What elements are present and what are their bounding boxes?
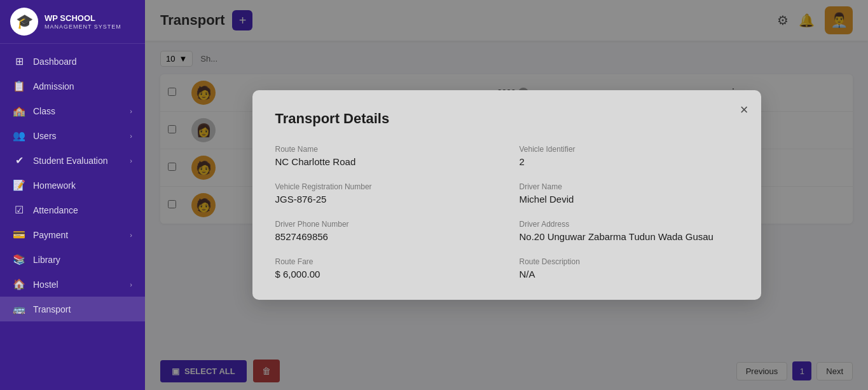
field-value-route-name: NC Charlotte Road — [275, 156, 494, 167]
field-value-route-fare: $ 6,000.00 — [275, 269, 494, 279]
field-value-route-desc: N/A — [520, 269, 738, 279]
sidebar-logo: 🎓 WP SCHOOL MANAGEMENT SYSTEM — [0, 0, 145, 44]
modal-field-vehicle-identifier: Vehicle Identifier 2 — [520, 145, 738, 167]
homework-icon: 📝 — [13, 179, 25, 191]
admission-icon: 📋 — [13, 80, 25, 92]
sidebar-label-class: Class — [33, 106, 55, 116]
modal-field-route-name: Route Name NC Charlotte Road — [275, 145, 494, 167]
sidebar-label-users: Users — [33, 131, 57, 141]
sidebar: 🎓 WP SCHOOL MANAGEMENT SYSTEM ⊞ Dashboar… — [0, 0, 145, 390]
modal-fields-grid: Route Name NC Charlotte Road Vehicle Ide… — [275, 145, 738, 279]
users-icon: 👥 — [13, 130, 25, 142]
sidebar-item-transport[interactable]: 🚌 Transport — [0, 297, 145, 321]
field-label-vehicle-reg: Vehicle Registration Number — [275, 182, 494, 191]
sidebar-item-dashboard[interactable]: ⊞ Dashboard — [0, 49, 145, 74]
sidebar-label-payment: Payment — [33, 230, 68, 240]
field-label-driver-name: Driver Name — [520, 182, 738, 191]
library-icon: 📚 — [13, 253, 25, 266]
sidebar-item-homework[interactable]: 📝 Homework — [0, 173, 145, 198]
field-label-route-desc: Route Description — [520, 257, 738, 266]
modal-field-driver-address: Driver Address No.20 Unguwar Zabarma Tud… — [520, 220, 738, 242]
chevron-right-icon: › — [130, 231, 132, 239]
payment-icon: 💳 — [13, 229, 25, 241]
field-value-vehicle-reg: JGS-876-25 — [275, 194, 494, 205]
logo-sub: MANAGEMENT SYSTEM — [45, 24, 121, 30]
sidebar-label-library: Library — [33, 255, 60, 265]
modal-title: Transport Details — [275, 111, 738, 127]
sidebar-label-transport: Transport — [33, 304, 71, 314]
field-label-route-name: Route Name — [275, 145, 494, 154]
modal-field-route-fare: Route Fare $ 6,000.00 — [275, 257, 494, 279]
field-value-vehicle-identifier: 2 — [520, 156, 738, 167]
modal-field-driver-name: Driver Name Michel Devid — [520, 182, 738, 205]
chevron-right-icon: › — [130, 132, 132, 140]
chevron-right-icon: › — [130, 281, 132, 288]
sidebar-item-student-evaluation[interactable]: ✔ Student Evaluation › — [0, 148, 145, 173]
dashboard-icon: ⊞ — [13, 55, 25, 67]
transport-details-modal: Transport Details × Route Name NC Charlo… — [252, 90, 761, 300]
field-value-driver-address: No.20 Unguwar Zabarma Tudun Wada Gusau — [520, 231, 738, 242]
hostel-icon: 🏠 — [13, 278, 25, 290]
field-value-driver-phone: 8527469856 — [275, 231, 494, 242]
sidebar-item-payment[interactable]: 💳 Payment › — [0, 222, 145, 247]
sidebar-item-attendance[interactable]: ☑ Attendance — [0, 198, 145, 222]
modal-close-button[interactable]: × — [740, 102, 748, 118]
attendance-icon: ☑ — [13, 204, 25, 216]
evaluation-icon: ✔ — [13, 154, 25, 166]
sidebar-nav: ⊞ Dashboard 📋 Admission 🏫 Class › 👥 User… — [0, 44, 145, 390]
sidebar-item-hostel[interactable]: 🏠 Hostel › — [0, 272, 145, 297]
main-area: Transport + ⚙ 🔔 👨‍💼 10 ▼ Sh... 🧑 — [145, 0, 868, 390]
sidebar-item-admission[interactable]: 📋 Admission — [0, 74, 145, 98]
sidebar-label-hostel: Hostel — [33, 279, 59, 290]
field-label-vehicle-identifier: Vehicle Identifier — [520, 145, 738, 154]
sidebar-item-users[interactable]: 👥 Users › — [0, 123, 145, 148]
modal-field-route-desc: Route Description N/A — [520, 257, 738, 279]
field-label-route-fare: Route Fare — [275, 257, 494, 266]
sidebar-label-evaluation: Student Evaluation — [33, 156, 108, 166]
class-icon: 🏫 — [13, 105, 25, 117]
modal-field-driver-phone: Driver Phone Number 8527469856 — [275, 220, 494, 242]
sidebar-item-library[interactable]: 📚 Library — [0, 247, 145, 272]
logo-name: WP SCHOOL — [45, 13, 121, 24]
sidebar-item-class[interactable]: 🏫 Class › — [0, 98, 145, 123]
chevron-right-icon: › — [130, 107, 132, 115]
transport-icon: 🚌 — [13, 303, 25, 315]
field-label-driver-address: Driver Address — [520, 220, 738, 229]
field-label-driver-phone: Driver Phone Number — [275, 220, 494, 229]
modal-overlay[interactable]: Transport Details × Route Name NC Charlo… — [145, 0, 868, 390]
sidebar-label-admission: Admission — [33, 81, 74, 91]
chevron-right-icon: › — [130, 157, 132, 165]
sidebar-label-attendance: Attendance — [33, 205, 78, 215]
sidebar-label-dashboard: Dashboard — [33, 57, 77, 67]
modal-field-vehicle-reg: Vehicle Registration Number JGS-876-25 — [275, 182, 494, 205]
field-value-driver-name: Michel Devid — [520, 194, 738, 205]
logo-icon: 🎓 — [10, 8, 38, 36]
sidebar-label-homework: Homework — [33, 180, 76, 191]
